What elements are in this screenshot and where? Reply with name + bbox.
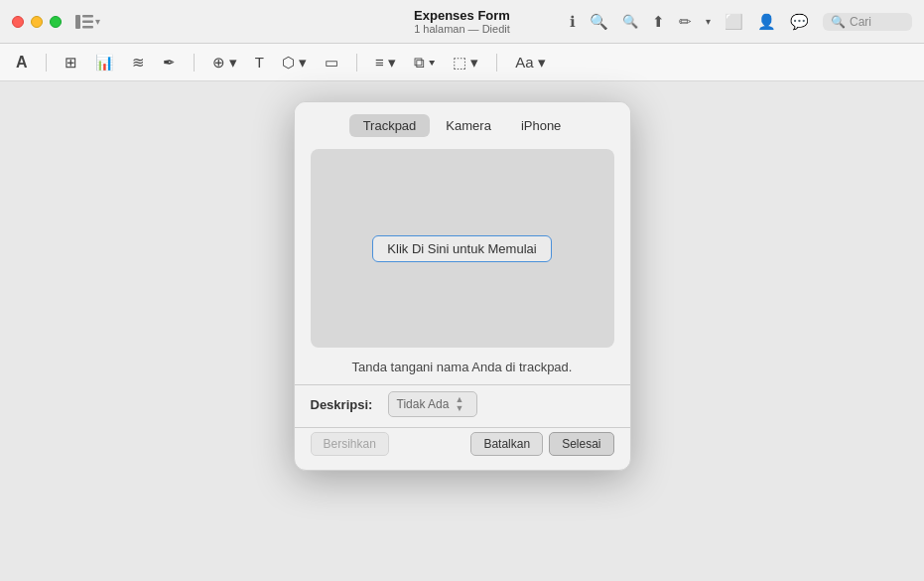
tab-camera[interactable]: Kamera <box>432 114 505 137</box>
add-page-icon[interactable]: ⬜ <box>725 13 743 31</box>
format-icon[interactable]: ⬚ ▾ <box>449 51 482 74</box>
instructions-text: Tanda tangani nama Anda di trackpad. <box>295 360 630 384</box>
traffic-lights <box>12 16 62 28</box>
modal-footer: Bersihkan Batalkan Selesai <box>295 428 630 470</box>
pen-icon[interactable]: ✏ <box>679 13 692 31</box>
batalkan-button[interactable]: Batalkan <box>470 432 543 456</box>
textbox-icon[interactable]: T <box>251 51 268 73</box>
document-subtitle: 1 halaman — Diedit <box>414 23 510 35</box>
signature-modal: Trackpad Kamera iPhone Klik Di Sini untu… <box>294 101 631 471</box>
document-title: Expenses Form <box>414 8 510 23</box>
svg-rect-2 <box>82 20 93 23</box>
signature-cta-button[interactable]: Klik Di Sini untuk Memulai <box>372 235 551 262</box>
zoom-out-icon[interactable]: 🔍 <box>590 13 608 31</box>
info-icon[interactable]: ℹ <box>570 13 576 31</box>
sidebar-toggle[interactable]: ▾ <box>75 15 100 29</box>
description-select[interactable]: Tidak Ada ▲ ▼ <box>388 391 477 417</box>
svg-rect-1 <box>82 15 93 18</box>
selesai-button[interactable]: Selesai <box>549 432 613 456</box>
chart-icon[interactable]: 📊 <box>91 51 118 74</box>
signature-area[interactable]: Klik Di Sini untuk Memulai <box>311 149 614 348</box>
minimize-button[interactable] <box>31 16 43 28</box>
text-format-icon[interactable]: A <box>12 51 32 74</box>
separator-2 <box>194 54 195 72</box>
toolbar: A ⊞ 📊 ≋ ✒ ⊕ ▾ T ⬡ ▾ ▭ ≡ ▾ ⧉ ▾ ⬚ ▾ Aa ▾ <box>0 44 924 81</box>
close-button[interactable] <box>12 16 24 28</box>
search-placeholder: Cari <box>850 15 871 29</box>
description-label: Deskripsi: <box>311 397 380 412</box>
align-icon[interactable]: ≡ ▾ <box>371 51 400 74</box>
title-block: Expenses Form 1 halaman — Diedit <box>414 8 510 35</box>
tab-iphone[interactable]: iPhone <box>507 114 575 137</box>
user-icon[interactable]: 👤 <box>757 13 776 31</box>
description-row: Deskripsi: Tidak Ada ▲ ▼ <box>295 385 630 427</box>
tab-trackpad[interactable]: Trackpad <box>349 114 431 137</box>
select-arrows-icon: ▲ ▼ <box>455 395 463 413</box>
table-icon[interactable]: ⊞ <box>61 51 81 74</box>
modal-tabs: Trackpad Kamera iPhone <box>295 102 630 137</box>
draw-icon[interactable]: ✒ <box>159 51 180 74</box>
search-bar[interactable]: 🔍 Cari <box>823 13 912 31</box>
svg-rect-3 <box>82 26 93 29</box>
zoom-in-icon[interactable]: 🔍 <box>622 14 638 29</box>
search-icon: 🔍 <box>831 15 846 29</box>
insert-icon[interactable]: ⊕ ▾ <box>208 51 241 74</box>
media-icon[interactable]: ▭ <box>321 51 342 74</box>
titlebar-right: ℹ 🔍 🔍 ⬆ ✏ ▾ ⬜ 👤 💬 🔍 Cari <box>570 13 912 31</box>
maximize-button[interactable] <box>50 16 62 28</box>
titlebar: ▾ Expenses Form 1 halaman — Diedit ℹ 🔍 🔍… <box>0 0 924 44</box>
bersihkan-button[interactable]: Bersihkan <box>311 432 389 456</box>
select-value: Tidak Ada <box>397 397 450 411</box>
arrange-icon[interactable]: ⧉ ▾ <box>410 51 439 74</box>
share-icon[interactable]: ⬆ <box>652 13 665 31</box>
svg-rect-0 <box>75 15 80 29</box>
separator-3 <box>356 54 357 72</box>
annotation-icon[interactable]: ≋ <box>128 51 149 74</box>
pen-chevron-icon[interactable]: ▾ <box>706 16 711 27</box>
separator-4 <box>496 54 497 72</box>
shape-select-icon[interactable]: ⬡ ▾ <box>278 51 311 74</box>
main-content: Trackpad Kamera iPhone Klik Di Sini untu… <box>0 81 924 581</box>
comment-icon[interactable]: 💬 <box>790 13 809 31</box>
separator-1 <box>46 54 47 72</box>
font-icon[interactable]: Aa ▾ <box>511 51 550 74</box>
